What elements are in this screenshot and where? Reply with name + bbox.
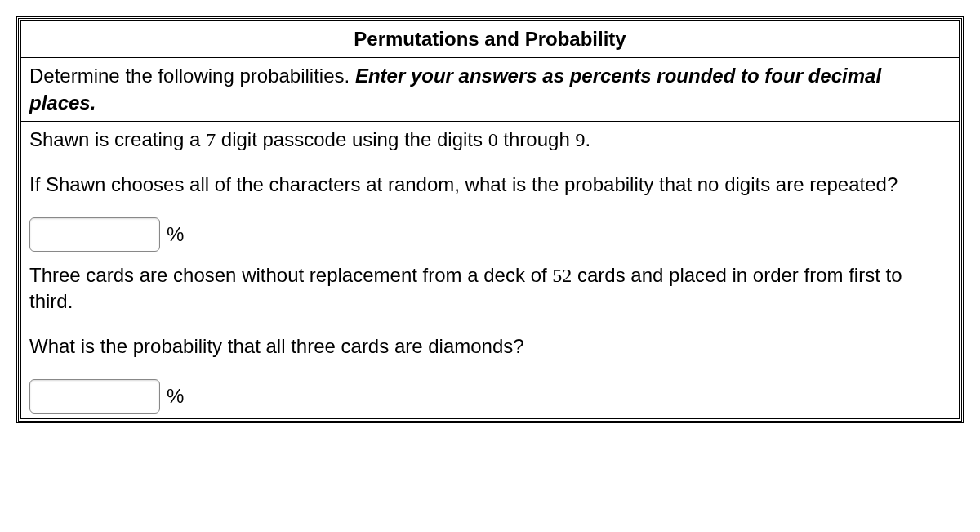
worksheet-table: Permutations and Probability Determine t… [20, 20, 960, 419]
instructions-lead: Determine the following probabilities. [29, 65, 355, 87]
q1-prompt: If Shawn chooses all of the characters a… [29, 172, 951, 198]
q2-unit: % [167, 383, 184, 409]
q2-deck-size: 52 [552, 265, 572, 286]
q1-setup-pre: Shawn is creating a [29, 128, 206, 150]
q2-setup-pre: Three cards are chosen without replaceme… [29, 264, 552, 286]
q1-setup-mid2: through [498, 128, 576, 150]
q1-setup-mid: digit passcode using the digits [216, 128, 488, 150]
q1-digit-lo: 0 [488, 129, 498, 150]
worksheet-frame: Permutations and Probability Determine t… [16, 16, 964, 423]
question-2-cell: Three cards are chosen without replaceme… [21, 257, 960, 418]
q1-setup: Shawn is creating a 7 digit passcode usi… [29, 127, 951, 153]
question-1-cell: Shawn is creating a 7 digit passcode usi… [21, 122, 960, 257]
q2-answer-row: % [29, 379, 951, 414]
q1-n-digits: 7 [206, 129, 216, 150]
q2-setup: Three cards are chosen without replaceme… [29, 262, 951, 315]
q1-digit-hi: 9 [575, 129, 585, 150]
q1-setup-post: . [585, 128, 590, 150]
q1-answer-input[interactable] [29, 217, 160, 252]
q2-answer-input[interactable] [29, 379, 160, 414]
instructions-cell: Determine the following probabilities. E… [21, 58, 960, 122]
q2-prompt: What is the probability that all three c… [29, 333, 951, 360]
q1-answer-row: % [29, 217, 951, 252]
q1-unit: % [167, 221, 184, 248]
worksheet-title: Permutations and Probability [21, 21, 960, 58]
